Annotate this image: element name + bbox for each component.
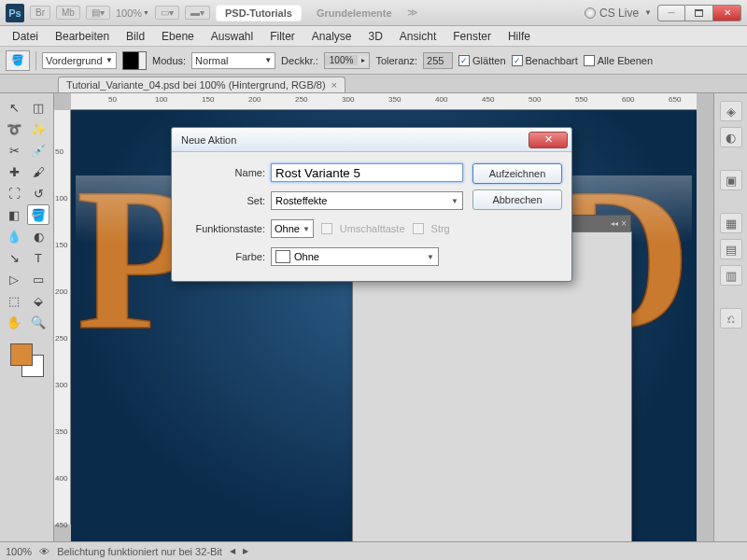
view-mode-icon[interactable]: ▭▾ xyxy=(155,6,179,20)
menu-datei[interactable]: Datei xyxy=(4,28,47,45)
toolbox: ↖ ◫ ➰ ✨ ✂ 💉 ✚ 🖌 ⛶ ↺ ◧ 🪣 💧 ◐ ↘ T ▷ ▭ ⬚ ⬙ … xyxy=(0,93,54,541)
toleranz-input[interactable]: 255 xyxy=(423,52,453,69)
cancel-button[interactable]: Abbrechen xyxy=(472,189,562,210)
menu-filter[interactable]: Filter xyxy=(261,28,303,45)
toleranz-label: Toleranz: xyxy=(375,55,417,66)
ctrl-checkbox xyxy=(413,223,424,234)
menu-auswahl[interactable]: Auswahl xyxy=(203,28,261,45)
modus-label: Modus: xyxy=(152,55,186,66)
workspace-more-icon[interactable]: ≫ xyxy=(407,7,418,19)
ruler-horizontal: 50100150200250300350400450500550600650 xyxy=(71,93,697,110)
blur-tool-icon[interactable]: 💧 xyxy=(3,226,25,246)
menu-hilfe[interactable]: Hilfe xyxy=(500,28,539,45)
zoom-tool-icon[interactable]: 🔍 xyxy=(27,312,49,332)
status-left-arrow-icon[interactable]: ◀ xyxy=(230,547,235,555)
layer-target-select[interactable]: Vordergrund▼ xyxy=(42,52,117,69)
set-select[interactable]: Rosteffekte▼ xyxy=(271,191,463,210)
name-input[interactable] xyxy=(271,163,463,182)
menu-fenster[interactable]: Fenster xyxy=(444,28,500,45)
3d-tool-icon[interactable]: ⬚ xyxy=(3,290,25,311)
eyedropper-tool-icon[interactable]: 💉 xyxy=(27,140,49,161)
menu-ansicht[interactable]: Ansicht xyxy=(391,28,444,45)
ps-logo: Ps xyxy=(6,4,24,22)
stamp-tool-icon[interactable]: ⛶ xyxy=(3,183,25,203)
dialog-close-button[interactable]: ✕ xyxy=(529,132,568,148)
color-swatch[interactable] xyxy=(8,342,46,379)
3d-camera-icon[interactable]: ⬙ xyxy=(27,290,49,311)
menu-bild[interactable]: Bild xyxy=(118,28,153,45)
color-label: Farbe: xyxy=(181,251,265,262)
set-label: Set: xyxy=(181,195,265,206)
tool-preset-icon[interactable]: 🪣 xyxy=(6,50,30,71)
app-titlebar: Ps Br Mb ▤▾ 100%▼ ▭▾ ▬▾ PSD-Tutorials Gr… xyxy=(0,0,747,26)
dock-mask-icon[interactable]: ▣ xyxy=(720,170,742,190)
path-tool-icon[interactable]: ↘ xyxy=(3,247,25,268)
marquee-tool-icon[interactable]: ◫ xyxy=(27,97,49,118)
dock-swatch-icon[interactable]: ▦ xyxy=(720,213,742,233)
dock-adjust-icon[interactable]: ◐ xyxy=(720,127,742,147)
dock-channels-icon[interactable]: ▥ xyxy=(720,265,742,286)
type-tool-icon[interactable]: T xyxy=(27,247,49,268)
zoom-dropdown[interactable]: 100%▼ xyxy=(116,7,149,19)
menu-ebene[interactable]: Ebene xyxy=(153,28,203,45)
hand-tool-icon[interactable]: ✋ xyxy=(3,312,25,332)
eraser-tool-icon[interactable]: ◧ xyxy=(3,204,25,225)
status-message: Belichtung funktioniert nur bei 32-Bit xyxy=(57,546,222,557)
menubar: Datei Bearbeiten Bild Ebene Auswahl Filt… xyxy=(0,26,747,47)
dialog-title-text: Neue Aktion xyxy=(181,134,236,146)
modus-select[interactable]: Normal▼ xyxy=(191,52,275,69)
panel-collapse-icon[interactable]: ◂◂ xyxy=(611,219,618,228)
minibridge-chip[interactable]: Mb xyxy=(56,6,80,20)
glaetten-checkbox[interactable]: ✓Glätten xyxy=(458,55,505,66)
record-button[interactable]: Aufzeichnen xyxy=(472,163,562,184)
color-select[interactable]: Ohne ▼ xyxy=(271,247,439,266)
name-label: Name: xyxy=(181,167,265,178)
menu-analyse[interactable]: Analyse xyxy=(303,28,360,45)
dock-history-icon[interactable]: ⎌ xyxy=(720,308,742,329)
heal-tool-icon[interactable]: ✚ xyxy=(3,161,25,182)
window-maximize-button[interactable] xyxy=(685,5,713,21)
deckkraft-input[interactable]: 100%▸ xyxy=(324,52,371,69)
wand-tool-icon[interactable]: ✨ xyxy=(27,119,49,139)
dialog-titlebar[interactable]: Neue Aktion ✕ xyxy=(172,128,571,152)
status-eye-icon[interactable]: 👁 xyxy=(39,546,49,557)
crop-tool-icon[interactable]: ✂ xyxy=(3,140,25,161)
ruler-vertical: 50100150200250300350400450 xyxy=(54,110,71,525)
fg-color-swatch[interactable] xyxy=(10,343,33,366)
color-swatch-none xyxy=(275,250,290,263)
window-close-button[interactable]: ✕ xyxy=(713,5,741,21)
frame-dropdown-icon[interactable]: ▤▾ xyxy=(86,6,110,20)
document-tab-close-icon[interactable]: × xyxy=(331,79,337,91)
brush-tool-icon[interactable]: 🖌 xyxy=(27,161,49,182)
fkey-select[interactable]: Ohne▼ xyxy=(271,219,314,238)
window-minimize-button[interactable]: ─ xyxy=(657,5,685,21)
history-brush-icon[interactable]: ↺ xyxy=(27,183,49,203)
options-bar: 🪣 Vordergrund▼ Modus: Normal▼ Deckkr.: 1… xyxy=(0,47,747,75)
workspace-tab[interactable]: Grundelemente xyxy=(307,5,402,21)
pattern-swatch[interactable] xyxy=(122,51,147,70)
shape-tool-icon[interactable]: ▭ xyxy=(27,269,49,289)
bridge-chip[interactable]: Br xyxy=(30,6,50,20)
menu-3d[interactable]: 3D xyxy=(360,28,391,45)
dock-styles-icon[interactable]: ▤ xyxy=(720,239,742,259)
bucket-tool-icon[interactable]: 🪣 xyxy=(27,204,49,225)
screen-mode-icon[interactable]: ▬▾ xyxy=(185,6,210,20)
alle-ebenen-checkbox[interactable]: Alle Ebenen xyxy=(584,55,653,66)
cs-live[interactable]: CS Live▼ xyxy=(585,7,652,20)
panel-close-icon[interactable]: × xyxy=(621,218,627,229)
status-bar: 100% 👁 Belichtung funktioniert nur bei 3… xyxy=(0,541,747,560)
status-zoom[interactable]: 100% xyxy=(6,546,32,557)
dodge-tool-icon[interactable]: ◐ xyxy=(27,226,49,246)
move-tool-icon[interactable]: ↖ xyxy=(3,97,25,118)
ctrl-label: Strg xyxy=(431,223,450,234)
workspace-tab-active[interactable]: PSD-Tutorials xyxy=(216,5,302,21)
benachbart-checkbox[interactable]: ✓Benachbart xyxy=(512,55,578,66)
document-tab[interactable]: Tutorial_Variante_04.psd bei 100% (Hinte… xyxy=(58,77,345,92)
lasso-tool-icon[interactable]: ➰ xyxy=(3,119,25,139)
select-tool-icon[interactable]: ▷ xyxy=(3,269,25,289)
menu-bearbeiten[interactable]: Bearbeiten xyxy=(47,28,118,45)
dock-layers-icon[interactable]: ◈ xyxy=(720,101,742,121)
status-right-arrow-icon[interactable]: ▶ xyxy=(243,547,248,555)
right-dock: ◈ ◐ ▣ ▦ ▤ ▥ ⎌ xyxy=(713,93,747,541)
deckkraft-label: Deckkr.: xyxy=(281,55,318,66)
